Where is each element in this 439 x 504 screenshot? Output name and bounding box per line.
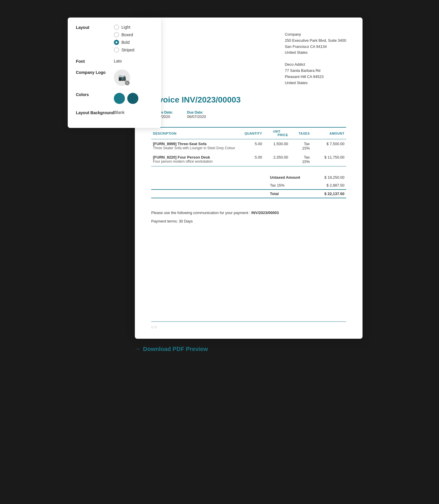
invoice-dates: Invoice Date: 07/08/2020 Due Date: 08/07… [151, 110, 346, 119]
due-date-label: Due Date: [187, 110, 206, 114]
item2-name: [FURN_8220] Four Person Desk [153, 155, 236, 159]
table-row: [FURN_8999] Three-Seat Sofa Three Seater… [151, 139, 346, 153]
radio-striped-label: Striped [121, 48, 134, 52]
tax-value: $ 2,887.50 [314, 181, 346, 190]
font-label: Font [76, 58, 114, 64]
totals-body: Untaxed Amount $ 19,250.00 Tax 15% $ 2,8… [151, 173, 346, 198]
layout-options: Light Boxed Bold Striped [114, 25, 153, 53]
color-swatch-2[interactable] [127, 93, 138, 104]
company-name: Company [285, 32, 346, 38]
item1-qty: 5.00 [238, 139, 264, 153]
client-addr1: 77 Santa Barbara Rd [285, 68, 346, 74]
addresses-block: Company 250 Executive Park Blvd, Suite 3… [285, 32, 346, 86]
invoice-document: Company 250 Executive Park Blvd, Suite 3… [135, 18, 363, 339]
radio-light-label: Light [121, 25, 130, 29]
bg-content: Blank [114, 110, 153, 115]
table-row: [FURN_8220] Four Person Desk Four person… [151, 153, 346, 166]
client-country: United States [285, 80, 346, 86]
layout-panel: Layout Light Boxed Bold Striped [68, 18, 161, 128]
invoice-header: Company 250 Executive Park Blvd, Suite 3… [151, 32, 346, 86]
item2-amount: $ 11,750.00 [311, 153, 346, 166]
total-value: $ 22,137.50 [314, 190, 346, 198]
radio-bold[interactable] [114, 40, 119, 45]
radio-striped[interactable] [114, 47, 119, 53]
th-amount: AMOUNT [311, 127, 346, 139]
client-addr2: Pleasant Hill CA 94523 [285, 74, 346, 80]
totals-total-row: Total $ 22,137.50 [151, 190, 346, 198]
logo-content: 📷 + [114, 69, 153, 86]
colors-label: Colors [76, 92, 114, 97]
company-country: United States [285, 50, 346, 56]
th-unit-label: UNIT [266, 130, 288, 133]
plus-icon: + [125, 81, 130, 85]
item1-amount: $ 7,500.00 [311, 139, 346, 153]
bg-label: Layout Background [76, 110, 114, 115]
item1-taxes: Tax15% [290, 139, 311, 153]
bg-value: Blank [114, 110, 124, 115]
colors-row: Colors [76, 92, 153, 104]
company-addr1: 250 Executive Park Blvd, Suite 3400 [285, 38, 346, 44]
table-body: [FURN_8999] Three-Seat Sofa Three Seater… [151, 139, 346, 166]
item1-subdesc: Three Seater Sofa with Lounger in Steel … [153, 146, 236, 150]
download-bar: → Download PDF Preview [135, 346, 363, 352]
company-addr2: San Francisco CA 94134 [285, 44, 346, 50]
tax-label: Tax 15% [268, 181, 314, 190]
item2-taxes: Tax15% [290, 153, 311, 166]
invoice-title: Invoice INV/2023/00003 [151, 95, 346, 105]
logo-upload-button[interactable]: 📷 + [114, 69, 130, 86]
item2-price: 2,350.00 [264, 153, 290, 166]
totals-untaxed-row: Untaxed Amount $ 19,250.00 [151, 173, 346, 181]
client-name: Deco Addict [285, 62, 346, 68]
radio-boxed[interactable] [114, 32, 119, 37]
font-value: Lato [114, 58, 122, 63]
payment-comm: Please use the following communication f… [151, 210, 346, 216]
payment-section: Please use the following communication f… [151, 210, 346, 225]
camera-icon: 📷 [118, 74, 126, 81]
item1-price: 1,500.00 [264, 139, 290, 153]
totals-spacer2 [151, 181, 268, 190]
item2-qty: 5.00 [238, 153, 264, 166]
totals-spacer [151, 173, 268, 181]
totals-spacer3 [151, 190, 268, 198]
color-swatch-1[interactable] [114, 93, 125, 104]
font-content: Lato [114, 58, 153, 64]
font-row: Font Lato [76, 58, 153, 64]
download-arrow-icon: → [135, 346, 140, 352]
color-swatches [114, 92, 153, 104]
download-pdf-button[interactable]: Download PDF Preview [143, 346, 208, 352]
layout-row: Layout Light Boxed Bold Striped [76, 25, 153, 53]
invoice-footer: 1 / 1 [151, 321, 346, 329]
due-date-group: Due Date: 08/07/2020 [187, 110, 206, 119]
layout-option-striped[interactable]: Striped [114, 47, 153, 53]
table-head: DESCRIPTION QUANTITY UNIT PRICE TAXES AM… [151, 127, 346, 139]
totals-table: Untaxed Amount $ 19,250.00 Tax 15% $ 2,8… [151, 173, 346, 198]
payment-terms: Payment terms: 30 Days [151, 218, 346, 225]
due-date-value: 08/07/2020 [187, 114, 206, 119]
invoice-table: DESCRIPTION QUANTITY UNIT PRICE TAXES AM… [151, 127, 346, 166]
main-container: Layout Light Boxed Bold Striped [76, 18, 363, 352]
untaxed-value: $ 19,250.00 [314, 173, 346, 181]
logo-row: Company Logo 📷 + [76, 69, 153, 86]
th-taxes: TAXES [290, 127, 311, 139]
layout-option-bold[interactable]: Bold [114, 40, 153, 45]
layout-option-light[interactable]: Light [114, 25, 153, 30]
th-description: DESCRIPTION [151, 127, 238, 139]
th-price: UNIT PRICE [264, 127, 290, 139]
item2-subdesc: Four person modern office workstation [153, 159, 236, 164]
total-label: Total [268, 190, 314, 198]
radio-boxed-label: Boxed [121, 32, 133, 37]
radio-bold-label: Bold [121, 40, 130, 45]
payment-ref: INV/2023/00003 [251, 211, 279, 215]
item2-desc: [FURN_8220] Four Person Desk Four person… [151, 153, 238, 166]
logo-label: Company Logo [76, 69, 114, 75]
item1-desc: [FURN_8999] Three-Seat Sofa Three Seater… [151, 139, 238, 153]
layout-label: Layout [76, 25, 114, 30]
table-header-row: DESCRIPTION QUANTITY UNIT PRICE TAXES AM… [151, 127, 346, 139]
item1-name: [FURN_8999] Three-Seat Sofa [153, 142, 236, 146]
totals-tax-row: Tax 15% $ 2,887.50 [151, 181, 346, 190]
bg-row: Layout Background Blank [76, 110, 153, 115]
layout-option-boxed[interactable]: Boxed [114, 32, 153, 37]
footer-text: 1 / 1 [151, 326, 157, 329]
radio-light[interactable] [114, 25, 119, 30]
th-price-sub: PRICE [278, 133, 288, 137]
